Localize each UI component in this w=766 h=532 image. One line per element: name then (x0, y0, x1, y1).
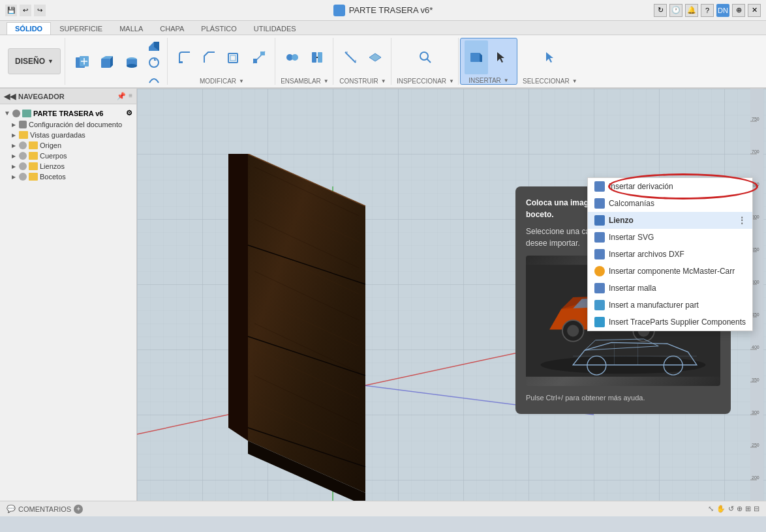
ensamblar-btn-2[interactable] (305, 40, 329, 74)
nav-item-origen-eye-icon[interactable] (19, 141, 27, 149)
svg-point-15 (292, 54, 298, 61)
display-icon[interactable]: ⊟ (754, 505, 759, 513)
fillet-icon (177, 50, 192, 65)
tab-utilidades[interactable]: UTILIDADES (245, 22, 305, 35)
svg-rect-17 (318, 52, 322, 63)
nav-item-bocetos-eye-icon[interactable] (19, 173, 27, 181)
dropdown-item-svg[interactable]: Insertar SVG (588, 229, 752, 246)
dropdown-label-traceparts: Insert TraceParts Supplier Components (609, 318, 746, 327)
save-button[interactable]: 💾 (5, 5, 17, 16)
user-button[interactable]: DN (716, 4, 729, 17)
navigator-header: ◀◀ NAVEGADOR 📌 ≡ (0, 89, 136, 104)
nav-root-expand-icon: ▼ (4, 110, 10, 117)
ribbon-tabs: SÓLIDO SUPERFICIE MALLA CHAPA PLÁSTICO U… (0, 21, 766, 35)
inspeccionar-btn-1[interactable] (414, 40, 437, 74)
nav-item-lienzos[interactable]: ▶ Lienzos (0, 161, 136, 171)
bell-button[interactable]: 🔔 (685, 4, 698, 17)
window-title: PARTE TRASERA v6* (333, 5, 433, 16)
rotate-icon[interactable]: ↺ (728, 505, 734, 513)
tab-chapa[interactable]: CHAPA (151, 22, 192, 35)
seleccionar-btn-1[interactable] (538, 40, 562, 74)
modificar-btn-4[interactable] (247, 40, 271, 74)
sweep-icon (147, 73, 161, 86)
ribbon-group-modificar: MODIFICAR ▼ (169, 38, 275, 85)
close-button[interactable]: ✕ (748, 4, 761, 17)
chamfer-icon (202, 50, 217, 65)
crear-small-1[interactable] (145, 38, 163, 53)
nav-item-origen[interactable]: ▶ Origen (0, 140, 136, 151)
crear-btn-1[interactable] (70, 46, 94, 80)
insertar-btn-1[interactable] (465, 40, 488, 74)
tab-solido[interactable]: SÓLIDO (7, 22, 51, 35)
redo-button[interactable]: ↪ (34, 5, 46, 16)
crear-small-2[interactable] (145, 55, 163, 70)
nav-item-vistas-folder-icon (19, 131, 28, 139)
nav-root-item[interactable]: ▼ PARTE TRASERA v6 ⚙ (0, 107, 136, 119)
zoom-in-icon[interactable]: ⊕ (737, 505, 743, 513)
window-controls: ↻ 🕐 🔔 ? DN ⊕ ✕ (654, 4, 761, 17)
dropdown-item-insertar-derivacion[interactable]: Insertar derivación (588, 178, 752, 195)
dropdown-icon-manufacturer (594, 300, 605, 310)
tab-plastico[interactable]: PLÁSTICO (192, 22, 245, 35)
crear-small-3[interactable] (145, 72, 163, 87)
ribbon-group-seleccionar: SELECCIONAR ▼ (519, 38, 581, 85)
seleccionar-dropdown-icon: ▼ (572, 78, 577, 84)
insertar-buttons (465, 38, 513, 76)
dropdown-item-mcmaster[interactable]: Insertar componente McMaster-Carr (588, 263, 752, 280)
dropdown-item-calcomanias[interactable]: Calcomanías (588, 195, 752, 212)
insertar-dropdown-icon: ▼ (504, 78, 509, 83)
modificar-btn-1[interactable] (173, 40, 196, 74)
dropdown-item-malla[interactable]: Insertar malla (588, 280, 752, 297)
navigator-title: NAVEGADOR (18, 93, 65, 100)
help-button[interactable]: ? (701, 4, 714, 17)
ribbon-group-crear: CREAR ▼ (67, 38, 168, 85)
insertar-btn-2[interactable] (489, 40, 513, 74)
crear-btn-2[interactable] (95, 46, 119, 80)
dropdown-item-lienzo[interactable]: Lienzo ⋮ (588, 212, 752, 229)
refresh-button[interactable]: ↻ (654, 4, 667, 17)
expand-icon[interactable]: ⤡ (708, 505, 714, 513)
nav-item-cuerpos-eye-icon[interactable] (19, 152, 27, 160)
nav-item-cuerpos[interactable]: ▶ Cuerpos (0, 151, 136, 161)
modificar-btn-2[interactable] (198, 40, 221, 74)
grid-icon[interactable]: ⊞ (745, 505, 751, 513)
navigator-collapse-icon[interactable]: ◀◀ (4, 92, 16, 101)
nav-item-lienzos-eye-icon[interactable] (19, 162, 27, 170)
pan-icon[interactable]: ✋ (716, 505, 726, 513)
construir-btn-2[interactable] (363, 40, 387, 74)
3d-object (228, 154, 385, 501)
navigator-settings-icon[interactable]: ≡ (129, 92, 132, 100)
ensamblar-buttons (281, 38, 329, 76)
dropdown-item-dxf[interactable]: Insertar archivos DXF (588, 246, 752, 263)
dropdown-item-manufacturer[interactable]: Insert a manufacturer part (588, 297, 752, 314)
nav-item-bocetos[interactable]: ▶ Bocetos (0, 171, 136, 182)
nav-item-lienzos-folder-icon (29, 162, 38, 170)
nav-root-gear-icon[interactable]: ⚙ (126, 109, 132, 117)
ribbon-group-insertar: INSERTAR ▼ (460, 38, 517, 85)
modificar-btn-3[interactable] (222, 40, 246, 74)
undo-button[interactable]: ↩ (20, 5, 31, 16)
dropdown-item-traceparts[interactable]: Insert TraceParts Supplier Components (588, 314, 752, 331)
nav-root-eye-icon[interactable] (12, 110, 20, 117)
viewport[interactable]: 750 700 650 600 550 500 450 400 350 300 (137, 89, 766, 501)
tab-superficie[interactable]: SUPERFICIE (51, 22, 111, 35)
nav-item-vistas[interactable]: ▶ Vistas guardadas (0, 130, 136, 140)
dropdown-icon-mcmaster (594, 266, 605, 276)
ensamblar-label-text: ENSAMBLAR (281, 78, 321, 85)
tab-malla[interactable]: MALLA (111, 22, 151, 35)
clock-button[interactable]: 🕐 (669, 4, 682, 17)
ensamblar-btn-1[interactable] (281, 40, 304, 74)
new-window-button[interactable]: ⊕ (732, 4, 745, 17)
construir-label: CONSTRUIR ▼ (339, 78, 386, 85)
main-layout: ◀◀ NAVEGADOR 📌 ≡ ▼ PARTE TRASERA v6 ⚙ ▶ … (0, 89, 766, 501)
nav-item-config[interactable]: ▶ Configuración del documento (0, 119, 136, 130)
construir-btn-1[interactable] (339, 40, 362, 74)
nav-item-lienzos-expand: ▶ (10, 163, 17, 170)
comentarios-add-icon[interactable]: + (74, 505, 83, 514)
measure-icon (343, 50, 358, 65)
navigator-pin-icon[interactable]: 📌 (117, 92, 126, 100)
diseno-label: DISEÑO (15, 57, 45, 66)
crear-btn-3[interactable] (120, 46, 144, 80)
statusbar: 💬 COMENTARIOS + ⤡ ✋ ↺ ⊕ ⊞ ⊟ (0, 501, 766, 516)
diseno-button[interactable]: DISEÑO ▼ (8, 48, 61, 74)
